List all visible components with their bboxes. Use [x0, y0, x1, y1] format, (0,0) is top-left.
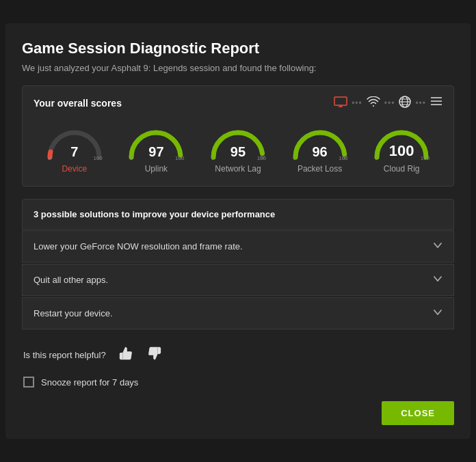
gauge-network-lag: 010095Network Lag — [207, 122, 269, 174]
gauge-uplink: 010097Uplink — [125, 122, 187, 174]
thumbs-down-button[interactable] — [146, 344, 163, 366]
gauge-value-packet-loss: 96 — [312, 144, 327, 160]
solution-text-1: Quit all other apps. — [34, 275, 108, 285]
gauge-container-network-lag: 010095 — [207, 122, 269, 161]
gauge-container-device: 01007 — [44, 122, 105, 161]
chevron-icon-0 — [433, 241, 442, 252]
chevron-icon-1 — [433, 274, 442, 286]
gauge-packet-loss: 010096Packet Loss — [289, 122, 351, 174]
scores-panel: Your overall scores ••• — [22, 85, 454, 187]
solution-text-2: Restart your device. — [34, 308, 113, 318]
gauge-label-cloud-rig: Cloud Rig — [384, 164, 420, 174]
gauge-max-packet-loss: 100 — [339, 155, 347, 161]
gauge-label-uplink: Uplink — [145, 164, 168, 174]
solution-item-1[interactable]: Quit all other apps. — [22, 264, 454, 296]
scores-icons: ••• ••• — [334, 96, 442, 111]
gauge-min-packet-loss: 0 — [293, 155, 296, 161]
globe-icon — [399, 96, 411, 111]
solutions-header: 3 possible solutions to improve your dev… — [22, 199, 454, 230]
gauge-value-uplink: 97 — [148, 144, 163, 160]
gauge-container-cloud-rig: 0100100 — [371, 122, 432, 161]
scores-header: Your overall scores ••• — [34, 96, 442, 111]
gauges-row: 01007Device010097Uplink010095Network Lag… — [34, 122, 442, 174]
solution-item-2[interactable]: Restart your device. — [22, 297, 454, 329]
scores-title: Your overall scores — [34, 98, 122, 109]
gauge-label-network-lag: Network Lag — [215, 164, 261, 174]
snooze-row: Snooze report for 7 days — [22, 377, 454, 388]
gauge-container-uplink: 010097 — [125, 122, 187, 161]
gauge-label-packet-loss: Packet Loss — [298, 164, 342, 174]
wifi-icon — [367, 96, 380, 110]
gauge-value-cloud-rig: 100 — [389, 142, 414, 160]
svg-rect-0 — [334, 97, 347, 105]
solution-item-0[interactable]: Lower your GeForce NOW resolution and fr… — [22, 230, 454, 262]
modal-subtitle: We just analyzed your Asphalt 9: Legends… — [22, 63, 454, 73]
dots-icon-3: ••• — [415, 98, 426, 108]
feedback-label: Is this report helpful? — [23, 350, 106, 360]
monitor-icon — [334, 96, 347, 111]
gauge-container-packet-loss: 010096 — [289, 122, 351, 161]
diagnostic-modal: Game Session Diagnostic Report We just a… — [5, 23, 471, 439]
feedback-row: Is this report helpful? — [22, 344, 454, 366]
gauge-min-device: 0 — [48, 155, 51, 161]
gauge-max-device: 100 — [93, 155, 102, 161]
snooze-label[interactable]: Snooze report for 7 days — [41, 377, 138, 388]
modal-title: Game Session Diagnostic Report — [22, 40, 454, 57]
chevron-icon-2 — [433, 308, 442, 319]
close-button[interactable]: CLOSE — [382, 401, 454, 425]
gauge-value-device: 7 — [70, 144, 78, 160]
gauge-max-cloud-rig: 100 — [421, 155, 429, 161]
solutions-section: 3 possible solutions to improve your dev… — [22, 199, 454, 329]
gauge-max-uplink: 100 — [175, 155, 184, 161]
gauge-min-uplink: 0 — [129, 155, 132, 161]
gauge-value-network-lag: 95 — [230, 144, 246, 160]
gauge-max-network-lag: 100 — [257, 155, 266, 161]
thumbs-up-button[interactable] — [117, 344, 135, 366]
footer-row: CLOSE — [22, 401, 454, 425]
gauge-label-device: Device — [62, 164, 87, 174]
dots-icon-1: ••• — [352, 98, 362, 108]
gauge-min-cloud-rig: 0 — [375, 155, 378, 161]
dots-icon-2: ••• — [384, 98, 395, 108]
gauge-min-network-lag: 0 — [211, 155, 214, 161]
gauge-cloud-rig: 0100100Cloud Rig — [371, 122, 432, 174]
gauge-device: 01007Device — [44, 122, 105, 174]
bars-icon — [430, 97, 442, 109]
solution-text-0: Lower your GeForce NOW resolution and fr… — [34, 241, 243, 252]
snooze-checkbox[interactable] — [23, 377, 34, 388]
